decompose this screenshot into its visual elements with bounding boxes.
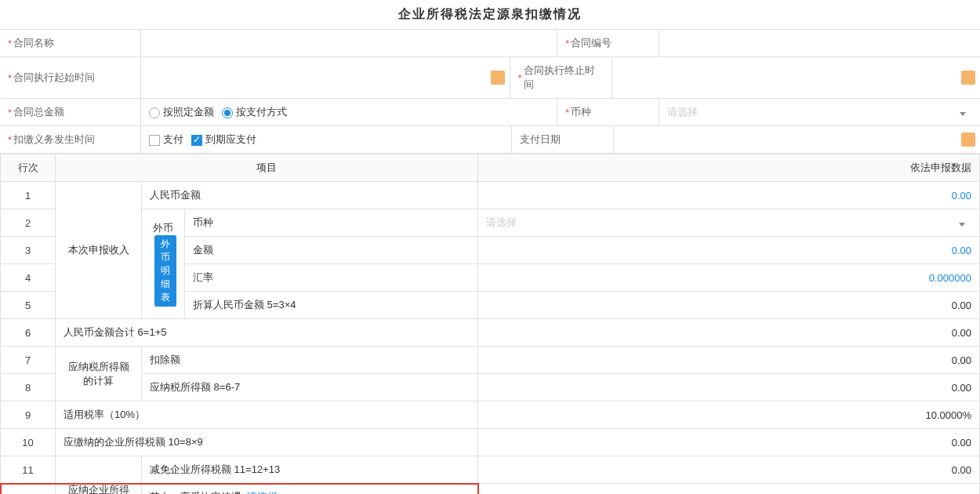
th-item: 项目	[56, 154, 478, 182]
th-seq: 行次	[1, 154, 56, 182]
cat-income: 本次申报收入	[56, 182, 142, 319]
table-row: 7 应纳税所得额的计算 扣除额 0.00	[1, 347, 980, 374]
radio-by-payment[interactable]: 按支付方式	[222, 105, 287, 119]
input-contract-no[interactable]	[659, 30, 980, 56]
input-exec-end[interactable]	[612, 57, 981, 98]
calendar-icon	[491, 71, 505, 85]
table-row: 10 应缴纳的企业所得税额 10=8×9 0.00	[1, 429, 980, 456]
table-row: 6 人民币金额合计 6=1+5 0.00	[1, 319, 980, 347]
form-area: 合同名称 合同编号 合同执行起始时间 合同执行终止时间 合同总金额 按照定金额 …	[0, 29, 980, 154]
label-withhold-time: 扣缴义务发生时间	[0, 126, 141, 153]
table-row: 1 本次申报收入 人民币金额 0.00	[1, 182, 980, 209]
input-pay-date[interactable]	[613, 126, 981, 153]
th-val: 依法申报数据	[478, 154, 980, 182]
select-treaty[interactable]: 请选择	[247, 491, 278, 494]
calendar-icon	[961, 71, 975, 85]
label-exec-end: 合同执行终止时间	[510, 57, 612, 98]
checkbox-pay[interactable]: 支付	[149, 133, 183, 147]
label-total-amount: 合同总金额	[0, 99, 141, 125]
cat-tax-calc: 应纳税所得额的计算	[56, 347, 142, 401]
table-row: 12 其中：享受协定待遇 请选择 0.00	[1, 484, 980, 495]
page-title: 企业所得税法定源泉扣缴情况	[0, 0, 980, 29]
calendar-icon	[961, 133, 975, 147]
radio-by-amount[interactable]: 按照定金额	[149, 105, 214, 119]
val-rmb[interactable]: 0.00	[478, 182, 980, 209]
foreign-detail-button[interactable]: 外币明细表	[154, 235, 176, 307]
input-exec-start[interactable]	[141, 57, 510, 98]
cell-amount-mode: 按照定金额 按支付方式	[141, 99, 557, 125]
cell-withhold-opts: 支付 到期应支付	[141, 126, 511, 153]
input-contract-name[interactable]	[141, 30, 557, 56]
checkbox-due[interactable]: 到期应支付	[191, 133, 256, 147]
tax-table: 行次 项目 依法申报数据 1 本次申报收入 人民币金额 0.00 2 外币 外币…	[0, 154, 980, 494]
select-fcurrency[interactable]: 请选择	[478, 209, 980, 237]
label-exec-start: 合同执行起始时间	[0, 57, 141, 98]
cat-ent-tax: 应纳企业所得税额的计算	[56, 456, 142, 495]
cat-foreign: 外币 外币明细表	[142, 209, 185, 319]
select-currency[interactable]: 请选择	[659, 99, 980, 125]
chevron-down-icon	[459, 492, 465, 495]
label-contract-name: 合同名称	[0, 30, 141, 56]
table-row: 2 外币 外币明细表 币种 请选择	[1, 209, 980, 237]
chevron-down-icon	[959, 217, 965, 229]
table-row: 9 适用税率（10%） 10.0000%	[1, 401, 980, 429]
label-contract-no: 合同编号	[557, 30, 659, 56]
label-currency: 币种	[557, 99, 659, 125]
table-row: 11 应纳企业所得税额的计算 减免企业所得税额 11=12+13 0.00	[1, 456, 980, 484]
label-pay-date: 支付日期	[511, 126, 613, 153]
table-row: 8 应纳税所得额 8=6-7 0.00	[1, 374, 980, 401]
chevron-down-icon	[960, 107, 966, 118]
